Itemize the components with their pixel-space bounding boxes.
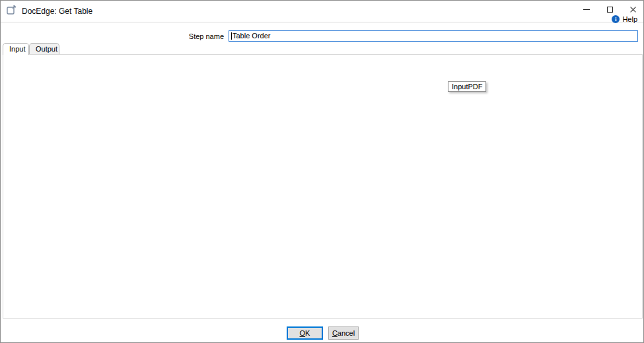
close-icon[interactable] <box>625 3 641 16</box>
help-icon: i <box>612 15 620 23</box>
ok-button[interactable]: OK <box>287 326 323 340</box>
input-field-tooltip: InputPDF <box>448 81 486 92</box>
window-title: DocEdge: Get Table <box>22 7 92 16</box>
title-bar: DocEdge: Get Table <box>1 1 643 22</box>
step-name-label: Step name <box>189 32 224 42</box>
tab-input[interactable]: Input <box>3 43 29 55</box>
help-link[interactable]: i Help <box>612 15 637 23</box>
tab-output[interactable]: Output <box>29 43 59 54</box>
text-caret <box>231 32 232 40</box>
get-table-dialog: DocEdge: Get Table i Help Step name Tabl… <box>0 0 644 343</box>
minimize-icon[interactable] <box>579 3 594 16</box>
app-icon <box>7 5 17 17</box>
tab-content-panel <box>3 54 643 319</box>
help-label: Help <box>622 15 637 23</box>
step-name-input[interactable]: Table Order <box>229 30 638 42</box>
maximize-icon[interactable] <box>602 3 618 16</box>
cancel-button[interactable]: Cancel <box>328 326 359 340</box>
step-name-value: Table Order <box>233 31 270 41</box>
